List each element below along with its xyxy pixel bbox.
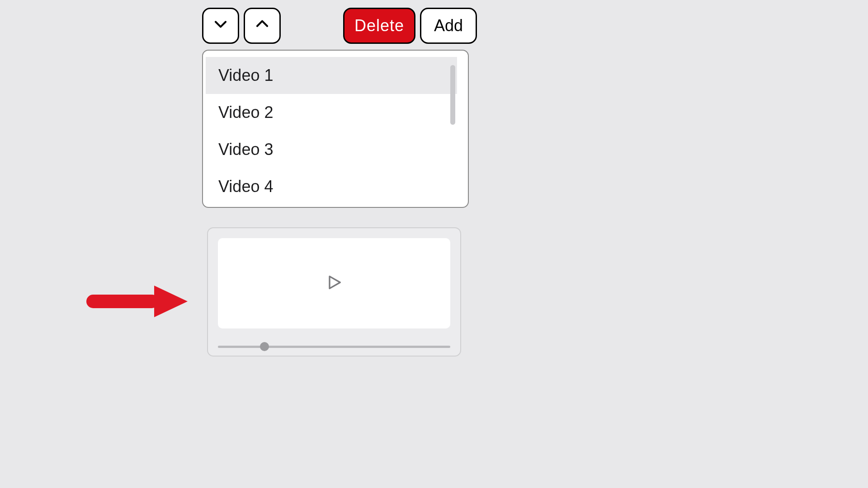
video-list-panel: Video 1 Video 2 Video 3 Video 4	[202, 50, 469, 208]
list-item[interactable]: Video 3	[206, 131, 457, 168]
slider-track	[218, 346, 450, 348]
video-screen[interactable]	[218, 238, 450, 328]
move-down-button[interactable]	[202, 8, 239, 44]
video-list[interactable]: Video 1 Video 2 Video 3 Video 4	[203, 57, 468, 207]
list-item[interactable]: Video 4	[206, 168, 457, 205]
toolbar: Delete Add	[202, 8, 477, 44]
move-up-button[interactable]	[244, 8, 281, 44]
video-player-panel	[207, 227, 461, 357]
list-item[interactable]: Video 1	[206, 57, 457, 94]
slider-thumb[interactable]	[260, 342, 269, 351]
scrollbar-thumb[interactable]	[450, 65, 455, 125]
svg-rect-1	[86, 295, 159, 308]
delete-button[interactable]: Delete	[343, 8, 415, 44]
progress-slider[interactable]	[218, 342, 450, 351]
add-button[interactable]: Add	[420, 8, 477, 44]
svg-marker-0	[330, 277, 340, 289]
play-icon	[325, 273, 343, 293]
chevron-down-icon	[212, 15, 229, 37]
arrow-right-icon	[86, 286, 188, 317]
list-item[interactable]: Video 2	[206, 94, 457, 131]
svg-marker-2	[154, 286, 188, 317]
chevron-up-icon	[254, 15, 271, 37]
